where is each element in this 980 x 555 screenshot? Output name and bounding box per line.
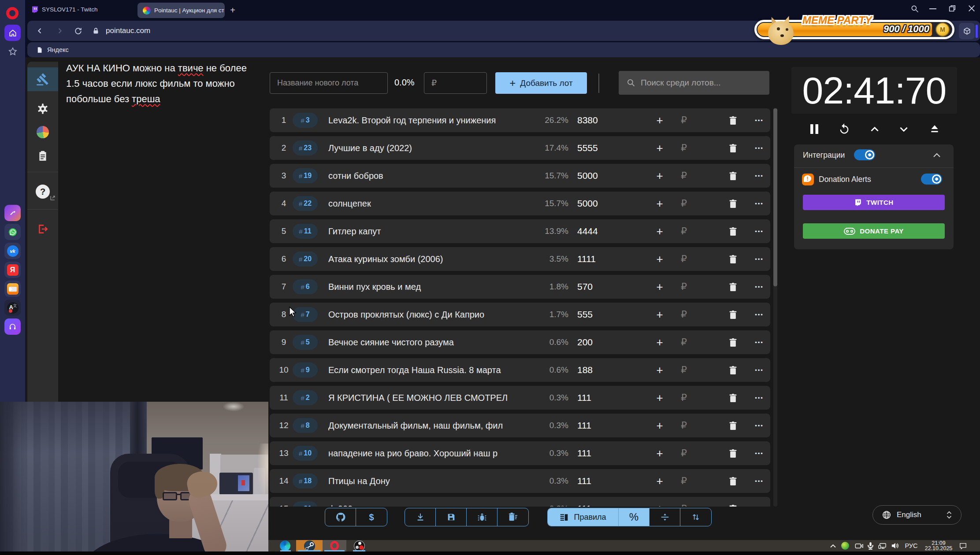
lot-delete-icon[interactable] [727, 170, 739, 182]
lot-menu-icon[interactable]: ••• [753, 142, 765, 154]
lot-name[interactable]: Гитлер капут [328, 219, 532, 243]
lot-delete-icon[interactable] [727, 308, 739, 321]
tray-volume-icon[interactable] [889, 540, 901, 551]
new-tab-button[interactable]: + [227, 4, 238, 16]
lot-name[interactable]: Если смотрел тогда Наша Russia. 8 марта [328, 358, 532, 382]
lot-name[interactable]: Я КРИСТИНА ( ЕЕ МОЖНО ЛЕВ СМОТРЕЛ [328, 386, 532, 410]
download-button[interactable] [405, 508, 436, 526]
lot-name[interactable]: Вечное сияние чистого разума [328, 330, 532, 354]
tab-pointauc[interactable]: Pointauc | Аукцион для ст [137, 3, 225, 18]
timer-eject-button[interactable] [927, 122, 942, 136]
lot-delete-icon[interactable] [727, 364, 739, 376]
donate-pay-button[interactable]: DONATE PAY [803, 223, 945, 239]
sort-button[interactable] [680, 508, 711, 526]
lot-menu-icon[interactable]: ••• [753, 503, 765, 507]
sidebar-app-translate-icon[interactable]: A 文 [4, 300, 21, 316]
lot-menu-icon[interactable]: ••• [753, 114, 765, 126]
lot-ruble-icon[interactable]: ₽ [678, 142, 690, 154]
window-minimize-icon[interactable] [929, 8, 936, 9]
back-icon[interactable] [36, 27, 44, 35]
new-lot-amount-input[interactable]: ₽ [424, 72, 487, 94]
sidebar-app-mail-icon[interactable] [4, 281, 21, 297]
tray-expand-icon[interactable] [828, 540, 837, 551]
lot-add-icon[interactable]: + [653, 392, 666, 404]
compact-view-button[interactable] [650, 508, 680, 526]
bug-report-button[interactable] [467, 508, 497, 526]
lot-menu-icon[interactable]: ••• [753, 364, 765, 376]
timer-pause-button[interactable] [807, 122, 822, 136]
lot-name[interactable]: Документальный фильм, наш фильм, фил [328, 414, 532, 437]
tray-network-icon[interactable] [877, 540, 888, 551]
lot-delete-icon[interactable] [727, 336, 739, 348]
lot-menu-icon[interactable]: ••• [753, 336, 765, 348]
lot-ruble-icon[interactable]: ₽ [678, 114, 690, 126]
lot-name[interactable]: Винни пух кровь и мед [328, 275, 532, 299]
lot-add-icon[interactable]: + [653, 447, 666, 459]
lot-add-icon[interactable]: + [653, 114, 666, 126]
save-button[interactable] [436, 508, 467, 526]
lot-delete-icon[interactable] [727, 253, 739, 265]
lot-add-icon[interactable]: + [653, 253, 666, 265]
lot-add-icon[interactable]: + [653, 197, 666, 210]
timer-add-time-button[interactable] [867, 122, 882, 136]
lot-ruble-icon[interactable]: ₽ [678, 503, 690, 507]
integrations-toggle[interactable] [854, 149, 875, 160]
lot-add-icon[interactable]: + [653, 308, 666, 321]
lot-add-icon[interactable]: + [653, 475, 666, 487]
language-selector[interactable]: English [872, 505, 961, 525]
lot-delete-icon[interactable] [727, 114, 739, 126]
sidebar-bookmarks-icon[interactable] [4, 45, 21, 58]
lot-delete-icon[interactable] [727, 281, 739, 293]
lot-name[interactable]: Лучшие в аду (2022) [328, 136, 532, 160]
lot-menu-icon[interactable]: ••• [753, 225, 765, 237]
timer-reset-button[interactable] [837, 122, 852, 136]
lot-menu-icon[interactable]: ••• [753, 447, 765, 459]
lot-ruble-icon[interactable]: ₽ [678, 170, 690, 182]
sidebar-item-wheel[interactable] [27, 120, 58, 144]
search-lots-input[interactable]: Поиск среди лотов... [619, 71, 769, 95]
lot-name[interactable]: Атака куриных зомби (2006) [328, 247, 532, 271]
lot-add-icon[interactable]: + [653, 503, 666, 507]
lot-add-icon[interactable]: + [653, 225, 666, 237]
tray-clock[interactable]: 21:09 22.10.2025 [923, 540, 954, 551]
extension-cube-icon[interactable] [959, 23, 975, 39]
timer-subtract-time-button[interactable] [896, 122, 911, 136]
lot-ruble-icon[interactable]: ₽ [678, 364, 690, 376]
sidebar-app-vk-icon[interactable]: vk [4, 243, 21, 259]
lot-add-icon[interactable]: + [653, 170, 666, 182]
url-text[interactable]: pointauc.com [106, 26, 150, 35]
sidebar-item-help[interactable]: ? [27, 180, 58, 204]
lot-ruble-icon[interactable]: ₽ [678, 308, 690, 321]
sidebar-app-yandex-icon[interactable]: Я [4, 262, 21, 278]
sidebar-app-whatsapp-icon[interactable] [4, 224, 21, 240]
sidebar-home-button[interactable] [4, 25, 21, 41]
tray-notifications-icon[interactable] [957, 540, 969, 551]
donate-dollar-button[interactable]: $ [356, 508, 387, 526]
forward-icon[interactable] [56, 27, 63, 35]
lot-delete-icon[interactable] [727, 142, 739, 154]
tray-mic-icon[interactable] [865, 540, 876, 551]
tray-language[interactable]: РУС [903, 540, 919, 551]
add-lot-button[interactable]: +Добавить лот [495, 72, 587, 94]
window-search-icon[interactable] [910, 4, 919, 13]
lot-menu-icon[interactable]: ••• [753, 392, 765, 404]
lot-ruble-icon[interactable]: ₽ [678, 419, 690, 432]
twitch-button[interactable]: TWITCH [803, 195, 945, 210]
scrollbar-thumb[interactable] [773, 108, 777, 286]
tray-camera-icon[interactable] [853, 540, 865, 551]
lot-menu-icon[interactable]: ••• [753, 170, 765, 182]
lot-menu-icon[interactable]: ••• [753, 308, 765, 321]
lot-add-icon[interactable]: + [653, 364, 666, 376]
window-restore-icon[interactable] [948, 4, 956, 12]
tray-geforce-icon[interactable] [840, 540, 850, 551]
lot-ruble-icon[interactable]: ₽ [678, 336, 690, 348]
lot-name[interactable]: солнцепек [328, 192, 532, 215]
sidebar-item-settings[interactable] [27, 97, 58, 121]
lot-ruble-icon[interactable]: ₽ [678, 392, 690, 404]
lot-delete-icon[interactable] [727, 197, 739, 210]
lot-ruble-icon[interactable]: ₽ [678, 281, 690, 293]
sidebar-item-history[interactable] [27, 144, 58, 168]
lot-delete-icon[interactable] [727, 392, 739, 404]
lot-delete-icon[interactable] [727, 447, 739, 459]
lots-scrollbar[interactable] [773, 108, 777, 507]
